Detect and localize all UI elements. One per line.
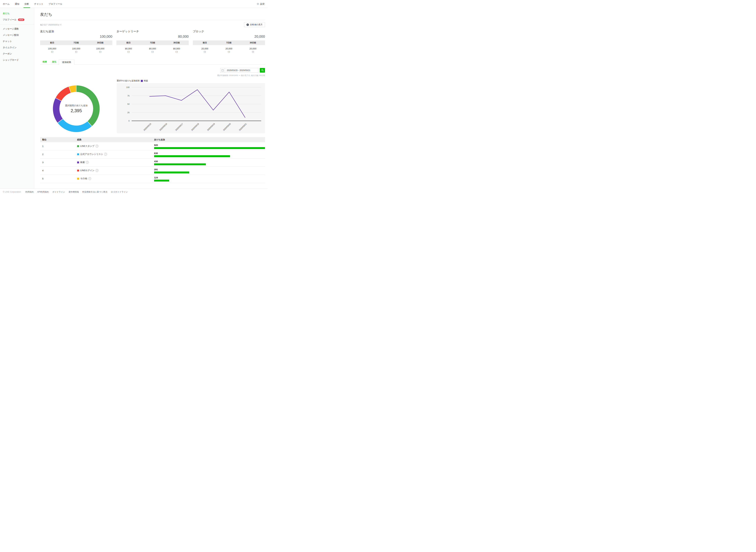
- stat-comparison: (-): [165, 51, 189, 53]
- svg-text:0: 0: [129, 120, 130, 122]
- sidebar-item-timeline[interactable]: タイムライン: [0, 44, 34, 51]
- sidebar-item-label: プロフィール: [3, 18, 17, 21]
- footer-link-terms[interactable]: 利用規約: [25, 190, 34, 193]
- route-color-swatch: [77, 145, 79, 147]
- friends-added-value: 430: [154, 158, 265, 163]
- sidebar-item-label: タイムライン: [3, 46, 17, 49]
- sidebar-item-chat[interactable]: チャット: [0, 38, 34, 44]
- col-30-days: 30日前: [165, 40, 189, 45]
- stat-table-values: 80,000(-) 80,000(-) 80,000(-): [116, 45, 188, 53]
- tab-add-route-active[interactable]: 追加経路: [59, 59, 75, 65]
- svg-text:2020/03/18: 2020/03/18: [191, 123, 199, 131]
- sidebar-item-coupon[interactable]: クーポン: [0, 51, 34, 57]
- stat-value: 20,000: [241, 47, 265, 50]
- stat-panel-blocks: ブロック 20,000 前日 7日前 30日前 20,000(-) 20,000…: [193, 30, 265, 53]
- compare-values-label: 比較値の見方: [250, 23, 263, 26]
- stat-table-values: 100,000(-) 100,000(-) 100,000(-): [40, 45, 112, 53]
- stat-value: 80,000: [116, 47, 140, 50]
- nav-item-profile[interactable]: プロフィール: [48, 0, 62, 8]
- help-icon[interactable]: ?: [86, 161, 89, 164]
- stat-value: 100,000: [40, 47, 64, 50]
- tab-attributes[interactable]: 属性: [49, 59, 59, 64]
- sidebar-item-message-delivery[interactable]: メッセージ配信: [0, 32, 34, 38]
- compare-values-button[interactable]: i 比較値の見方: [244, 22, 265, 27]
- nav-item-notifications[interactable]: 通知: [15, 0, 19, 8]
- stat-comparison: (-): [193, 51, 217, 53]
- stats-panels: 友だち追加 100,000 前日 7日前 30日前 100,000(-) 100…: [40, 30, 265, 53]
- legend-prefix: 選択中の友だち追加経路: [117, 79, 140, 82]
- friends-added-bar: [154, 155, 230, 157]
- svg-text:2020/03/15: 2020/03/15: [143, 123, 151, 131]
- route-color-swatch: [77, 153, 79, 155]
- search-button[interactable]: [260, 68, 265, 73]
- route-color-swatch: [77, 170, 79, 171]
- header-route: 経路: [75, 138, 154, 141]
- stat-total: 80,000: [116, 34, 188, 38]
- svg-text:25: 25: [127, 112, 130, 114]
- info-icon: i: [246, 23, 249, 26]
- friends-added-bar: [154, 171, 189, 173]
- route-label: LINEスタンプ: [80, 145, 95, 148]
- stat-table-values: 20,000(-) 20,000(-) 20,000(-): [193, 45, 265, 53]
- friends-tabs: 概要 属性 追加経路: [40, 59, 265, 65]
- svg-text:2020/03/19: 2020/03/19: [207, 123, 215, 131]
- tab-overview[interactable]: 概要: [40, 59, 49, 64]
- calendar-button[interactable]: [220, 68, 225, 73]
- friends-added-bar: [154, 163, 206, 165]
- nav-item-home[interactable]: ホーム: [3, 0, 10, 8]
- stat-table-header: 前日 7日前 30日前: [193, 40, 265, 45]
- sidebar-item-label: チャット: [3, 40, 12, 43]
- sidebar-item-friends[interactable]: 友だち: [0, 10, 34, 17]
- new-badge: NEW: [18, 18, 24, 21]
- stat-comparison: (-): [40, 51, 64, 53]
- stat-total: 20,000: [193, 34, 265, 38]
- svg-text:50: 50: [127, 103, 130, 105]
- table-row: 3 検索 ? 430: [40, 158, 265, 167]
- help-icon[interactable]: ?: [96, 169, 98, 172]
- sidebar-divider: [0, 24, 34, 24]
- footer-link-api-terms[interactable]: API利用規約: [37, 190, 49, 193]
- date-range-input[interactable]: [225, 68, 258, 73]
- footer-link-guidelines[interactable]: ガイドライン: [52, 190, 65, 193]
- footer-link-copyright-info[interactable]: 著作権情報: [69, 190, 79, 193]
- table-row: 4 LINEログイン ? 291: [40, 167, 265, 175]
- sidebar-item-profile[interactable]: プロフィール NEW: [0, 17, 34, 23]
- line-chart-legend: 選択中の友だち追加経路 検索: [117, 79, 148, 82]
- col-prev-day: 前日: [40, 40, 64, 45]
- col-prev-day: 前日: [116, 40, 140, 45]
- sidebar-item-message-count[interactable]: メッセージ通数: [0, 26, 34, 32]
- svg-text:100: 100: [126, 86, 130, 88]
- stat-comparison: (-): [140, 51, 164, 53]
- sidebar-item-label: メッセージ通数: [3, 27, 19, 30]
- nav-item-chat[interactable]: チャット: [34, 0, 43, 8]
- settings-button[interactable]: ⚙ 設定: [257, 2, 265, 6]
- stat-title: 友だち追加: [40, 30, 112, 33]
- route-color-swatch: [77, 178, 79, 180]
- help-icon[interactable]: ?: [88, 177, 91, 180]
- stat-table-header: 前日 7日前 30日前: [40, 40, 112, 45]
- stat-panel-target-reach: ターゲットリーチ 80,000 前日 7日前 30日前 80,000(-) 80…: [116, 30, 188, 53]
- gear-icon: ⚙: [257, 3, 259, 5]
- nav-item-analytics[interactable]: 分析: [24, 0, 29, 8]
- sidebar-item-label: メッセージ配信: [3, 33, 19, 37]
- settings-label: 設定: [260, 2, 265, 6]
- stat-value: 100,000: [64, 47, 88, 50]
- stat-comparison: (-): [241, 51, 265, 53]
- table-row: 2 公式アカウントリスト ? 630: [40, 150, 265, 158]
- col-30-days: 30日前: [88, 40, 112, 45]
- col-7-days: 7日前: [64, 40, 88, 45]
- help-icon[interactable]: ?: [96, 145, 98, 147]
- sidebar-item-label: 友だち: [3, 12, 10, 15]
- donut-svg: [53, 85, 100, 132]
- help-icon[interactable]: ?: [104, 153, 107, 156]
- rank-cell: 1: [40, 142, 75, 150]
- route-color-swatch: [77, 161, 79, 163]
- stat-value: 80,000: [165, 47, 189, 50]
- footer-link-commercial-law[interactable]: 特定商取引法に基づく表示: [82, 190, 107, 193]
- footer-link-logo-guidelines[interactable]: ロゴガイドライン: [111, 190, 128, 193]
- sidebar-item-label: ショップカード: [3, 58, 19, 61]
- sidebar-item-shop-card[interactable]: ショップカード: [0, 57, 34, 63]
- route-label: その他: [80, 177, 87, 180]
- date-range-note: 選択可能期間: 2019/10/01 〜 集計完了日, 最大日数: 90日間: [217, 74, 265, 77]
- svg-text:2020/03/20: 2020/03/20: [223, 123, 231, 131]
